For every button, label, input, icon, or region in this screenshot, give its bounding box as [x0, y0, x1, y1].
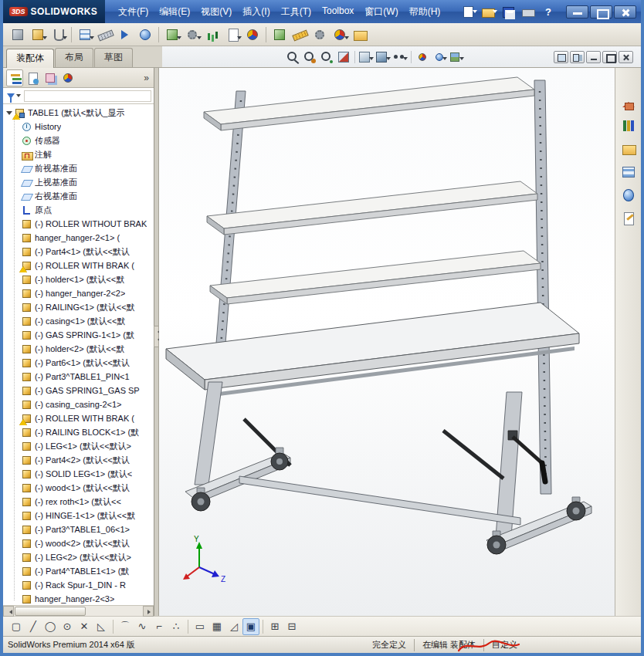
tree-item[interactable]: (-) casing_casing-2<1> [3, 397, 154, 411]
file-explorer-icon[interactable] [619, 140, 638, 157]
tab-layout[interactable]: 布局 [55, 48, 93, 67]
tree-item[interactable]: 传感器 [3, 134, 154, 147]
tree-item[interactable]: (-) LEG<2> (默认<<默认> [3, 550, 154, 564]
tree-item[interactable]: (-) GAS SPRING-1<1> (默 [3, 328, 154, 342]
workbench-model[interactable] [166, 77, 591, 554]
tree-item[interactable]: (-) Rack Spur-1_DIN - R [3, 578, 154, 592]
mate-button[interactable] [48, 25, 68, 45]
save-button[interactable] [499, 4, 517, 19]
mass-properties-button[interactable] [310, 25, 330, 45]
doc-minimize-button[interactable] [586, 51, 601, 63]
appearances-button[interactable] [330, 25, 350, 45]
circle-snap-icon[interactable]: ◯ [42, 618, 59, 635]
grid-show-icon[interactable]: ⊞ [266, 618, 283, 635]
assembly-features-button[interactable] [162, 25, 182, 45]
insert-components-button[interactable] [28, 25, 48, 45]
bill-of-materials-button[interactable] [222, 25, 242, 45]
reference-geometry-button[interactable] [182, 25, 202, 45]
print-button[interactable] [519, 4, 537, 19]
scroll-right-button[interactable] [143, 606, 154, 617]
tree-root-item[interactable]: TABLE1 (默认<默认_显示 [3, 106, 154, 120]
tree-item[interactable]: 右视基准面 [3, 189, 154, 203]
cross-snap-icon[interactable]: ✕ [76, 618, 93, 635]
tab-sketch[interactable]: 草图 [94, 48, 133, 67]
tree-item[interactable]: (-) holder<1> (默认<<默 [3, 272, 154, 286]
display-style-button[interactable] [375, 49, 391, 66]
grid-settings-icon[interactable]: ⊟ [283, 618, 300, 635]
measure-button[interactable] [290, 25, 310, 45]
maximize-button[interactable] [590, 5, 612, 19]
tab-assembly[interactable]: 装配体 [6, 49, 54, 68]
tree-item[interactable]: (-) rex roth<1> (默认<< [3, 495, 154, 509]
tree-item[interactable]: (-) SOLID LEG<1> (默认< [3, 467, 154, 481]
select-snap-icon[interactable]: ▢ [8, 618, 25, 635]
corner-snap-icon[interactable]: ⌐ [151, 618, 168, 635]
tree-item[interactable]: (-) RAILING<1> (默认<<默 [3, 300, 154, 314]
triangle-snap-icon[interactable]: ◺ [93, 618, 110, 635]
menu-toolbox[interactable]: Toolbox [317, 4, 359, 20]
tree-item[interactable]: (-) Part6<1> (默认<<默认 [3, 356, 154, 370]
close-button[interactable] [614, 5, 636, 19]
view-orientation-button[interactable] [358, 49, 375, 66]
options-button[interactable] [350, 25, 370, 45]
tree-item[interactable]: (-) Part4<1> (默认<<默认 [3, 245, 154, 259]
custom-properties-icon[interactable] [619, 210, 638, 227]
tree-item[interactable]: (-) ROLLER WITH BRAK ( [3, 259, 154, 272]
menu-view[interactable]: 视图(V) [195, 4, 237, 20]
tree-item[interactable]: (-) ROLLER WITHOUT BRAK [3, 217, 154, 231]
tree-item[interactable]: History [3, 120, 154, 134]
move-component-button[interactable] [115, 25, 135, 45]
tree-item[interactable]: (-) holder<2> (默认<<默 [3, 342, 154, 356]
exploded-view-button[interactable] [242, 25, 263, 45]
point-snap-icon[interactable]: ⊙ [59, 618, 76, 635]
tree-item[interactable]: 注解 [3, 147, 154, 161]
menu-insert[interactable]: 插入(I) [237, 4, 275, 20]
menu-edit[interactable]: 编辑(E) [154, 4, 195, 20]
menu-help[interactable]: 帮助(H) [404, 4, 446, 20]
new-document-button[interactable] [459, 4, 477, 19]
displaymanager-tab[interactable] [59, 69, 76, 86]
doc-restore-button[interactable] [602, 51, 617, 63]
show-hidden-components-button[interactable] [135, 25, 155, 45]
new-window-button[interactable] [554, 51, 568, 63]
doc-close-button[interactable] [619, 51, 633, 63]
edit-appearance-button[interactable] [414, 49, 431, 66]
interference-detection-button[interactable] [269, 25, 290, 45]
design-library-icon[interactable] [619, 117, 638, 134]
edit-component-button[interactable] [8, 25, 28, 45]
graphics-viewport[interactable]: Y Z [159, 68, 615, 616]
tile-windows-button[interactable] [570, 51, 585, 63]
spline-snap-icon[interactable]: ∿ [134, 618, 151, 635]
points-snap-icon[interactable]: ∴ [168, 618, 185, 635]
tree-item[interactable]: (-) wood<1> (默认<<默认 [3, 481, 154, 495]
tree-item[interactable]: 原点 [3, 203, 154, 217]
model-canvas[interactable]: Y Z [159, 68, 615, 616]
help-button[interactable]: ? [539, 4, 558, 19]
tree-item[interactable]: (-) wood<2> (默认<<默认 [3, 536, 154, 550]
tree-item[interactable]: hanger_hanger-2<3> [3, 592, 154, 605]
filter-caret-icon[interactable] [16, 94, 21, 100]
tree-item[interactable]: (-) casing<1> (默认<<默 [3, 314, 154, 328]
previous-view-button[interactable] [318, 49, 335, 66]
propertymanager-tab[interactable] [24, 69, 41, 86]
tree-item[interactable]: (-) Part3^TABLE1_06<1> [3, 522, 154, 536]
panel-collapse-handle[interactable] [154, 326, 159, 347]
tree-item[interactable]: 前视基准面 [3, 161, 154, 175]
home-icon[interactable] [619, 94, 638, 111]
custom-toolbar-label[interactable]: 自定义 [484, 639, 525, 651]
featuremanager-tab[interactable] [6, 69, 23, 86]
tree-item[interactable]: (-) RAILING BLOCK<1> (默 [3, 425, 154, 439]
tree-filter-input[interactable] [24, 90, 151, 102]
section-view-button[interactable] [335, 49, 352, 66]
tree-item[interactable]: (-) Part3^TABLE1_PIN<1 [3, 370, 154, 384]
apply-scene-button[interactable] [431, 49, 448, 66]
configurationmanager-tab[interactable] [42, 69, 59, 86]
zoom-to-fit-button[interactable] [284, 49, 301, 66]
tree-item[interactable]: (-) Part4<2> (默认<<默认 [3, 453, 154, 467]
hide-show-items-button[interactable] [391, 49, 408, 66]
more-tabs-chevron[interactable]: » [144, 73, 151, 83]
menu-tools[interactable]: 工具(T) [276, 4, 317, 20]
tree-item[interactable]: (-) ROLLER WITH BRAK ( [3, 411, 154, 425]
expand-arrow-icon[interactable] [6, 111, 12, 118]
tree-item[interactable]: hanger_hanger-2<1> ( [3, 231, 154, 245]
